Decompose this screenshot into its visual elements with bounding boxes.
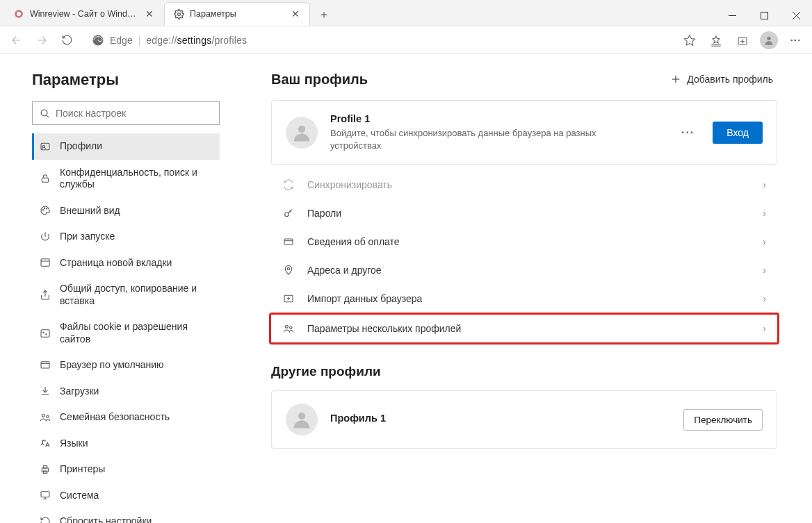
your-profile-heading: Ваш профиль — [271, 72, 368, 88]
nav-system[interactable]: Система — [32, 483, 220, 509]
nav-newtab[interactable]: Страница новой вкладки — [32, 250, 220, 276]
svg-point-2 — [177, 13, 180, 15]
nav-forward[interactable] — [29, 28, 54, 53]
tab-winreview[interactable]: Winreview - Сайт о Windows ✕ — [4, 2, 164, 26]
address-bar[interactable]: Edge | edge://settings/profiles — [85, 29, 672, 51]
new-tab-button[interactable]: ＋ — [313, 3, 335, 26]
chevron-right-icon: › — [763, 236, 766, 247]
svg-point-14 — [791, 39, 793, 40]
edge-label: Edge — [110, 35, 133, 46]
profile-card: Profile 1 Войдите, чтобы синхронизироват… — [271, 100, 777, 165]
svg-rect-37 — [43, 465, 47, 467]
settings-nav: Профили Конфиденциальность, поиск и служ… — [32, 133, 220, 523]
svg-point-1 — [17, 12, 21, 16]
profile-avatar-large — [286, 404, 318, 435]
chevron-right-icon: › — [763, 179, 766, 190]
svg-rect-29 — [41, 329, 49, 337]
sync-icon — [282, 179, 295, 190]
svg-point-54 — [298, 413, 305, 420]
search-input[interactable] — [32, 101, 220, 125]
url-text: edge://settings/profiles — [146, 35, 247, 46]
svg-point-52 — [285, 325, 288, 328]
nav-languages[interactable]: Языки — [32, 431, 220, 457]
svg-point-47 — [285, 213, 289, 216]
people-icon — [282, 323, 295, 334]
window-maximize[interactable] — [748, 5, 780, 26]
svg-point-15 — [795, 39, 796, 40]
svg-point-46 — [298, 126, 305, 133]
svg-rect-4 — [761, 12, 768, 19]
link-sync[interactable]: Синхронизировать› — [271, 170, 777, 199]
svg-point-31 — [46, 333, 47, 334]
nav-cookies[interactable]: Файлы cookie и разрешения сайтов — [32, 314, 220, 352]
svg-point-35 — [47, 415, 49, 417]
edge-icon — [92, 34, 104, 47]
nav-reset[interactable]: Сбросить настройки — [32, 508, 220, 523]
printer-icon — [39, 464, 51, 475]
palette-icon — [39, 205, 51, 216]
profile-icon — [39, 141, 51, 152]
tab-title: Параметры — [190, 9, 284, 19]
nav-downloads[interactable]: Загрузки — [32, 379, 220, 405]
nav-back[interactable] — [4, 28, 29, 53]
gear-icon — [173, 8, 184, 19]
tab-settings[interactable]: Параметры ✕ — [164, 2, 310, 26]
collections-icon[interactable] — [730, 28, 755, 53]
close-icon[interactable]: ✕ — [290, 8, 301, 19]
browser-icon — [39, 360, 51, 371]
chevron-right-icon: › — [763, 208, 766, 219]
lock-icon — [39, 173, 51, 184]
link-addresses[interactable]: Адреса и другое› — [271, 256, 777, 284]
nav-default-browser[interactable]: Браузер по умолчанию — [32, 352, 220, 379]
svg-rect-48 — [284, 239, 293, 244]
link-multi-profile[interactable]: Параметры нескольких профилей› — [269, 313, 779, 344]
svg-rect-26 — [41, 259, 49, 267]
svg-point-30 — [43, 332, 44, 333]
reset-icon — [39, 516, 51, 523]
link-passwords[interactable]: Пароли› — [271, 199, 777, 227]
sign-in-button[interactable]: Вход — [713, 122, 763, 144]
nav-printers[interactable]: Принтеры — [32, 456, 220, 483]
close-icon[interactable]: ✕ — [144, 8, 155, 19]
other-profile-card: Профиль 1 Переключить — [271, 390, 777, 449]
svg-point-13 — [767, 36, 770, 40]
add-profile-button[interactable]: Добавить профиль — [666, 71, 777, 88]
card-icon — [282, 236, 295, 247]
switch-profile-button[interactable]: Переключить — [683, 409, 763, 431]
profile-avatar[interactable] — [756, 28, 781, 53]
svg-point-17 — [41, 110, 47, 116]
link-payment[interactable]: Сведения об оплате› — [271, 227, 777, 256]
svg-point-22 — [42, 210, 43, 210]
location-icon — [282, 265, 295, 276]
nav-profiles[interactable]: Профили — [32, 133, 220, 160]
window-minimize[interactable] — [716, 5, 748, 26]
svg-rect-32 — [41, 361, 49, 367]
other-profiles-heading: Другие профили — [271, 364, 777, 379]
page-icon — [39, 257, 51, 268]
nav-share[interactable]: Общий доступ, копирование и вставка — [32, 276, 220, 314]
nav-appearance[interactable]: Внешний вид — [32, 198, 220, 224]
more-menu-icon[interactable] — [783, 28, 808, 53]
window-close[interactable] — [780, 5, 812, 26]
svg-rect-39 — [41, 492, 49, 497]
favorite-star-icon[interactable] — [677, 28, 702, 53]
svg-rect-21 — [42, 178, 48, 182]
power-icon — [39, 231, 51, 242]
nav-privacy[interactable]: Конфиденциальность, поиск и службы — [32, 160, 220, 198]
svg-point-23 — [44, 208, 44, 208]
profile-desc: Войдите, чтобы синхронизировать данные б… — [330, 127, 636, 151]
share-icon — [39, 290, 51, 301]
other-profile-name: Профиль 1 — [330, 413, 671, 424]
link-import[interactable]: Импорт данных браузера› — [271, 284, 777, 313]
profile-more-menu[interactable]: ··· — [676, 124, 700, 142]
nav-family[interactable]: Семейная безопасность — [32, 404, 220, 431]
nav-startup[interactable]: При запуске — [32, 224, 220, 250]
nav-refresh[interactable] — [54, 28, 79, 53]
favorites-list-icon[interactable] — [704, 28, 729, 53]
profile-name: Profile 1 — [330, 113, 663, 124]
site-favicon — [13, 8, 24, 19]
settings-heading: Параметры — [32, 71, 220, 89]
plus-icon — [670, 74, 681, 85]
tab-strip: Winreview - Сайт о Windows ✕ Параметры ✕… — [0, 0, 335, 26]
language-icon — [39, 438, 51, 449]
